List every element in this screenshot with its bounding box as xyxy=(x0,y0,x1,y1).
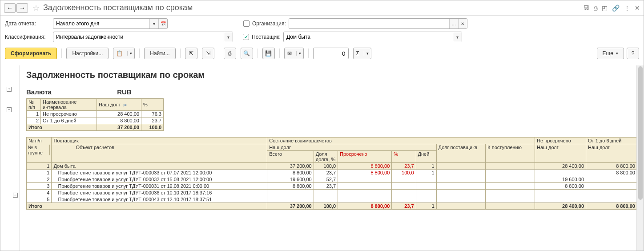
separator xyxy=(258,49,258,58)
expand-all-button[interactable]: ⇱ xyxy=(185,48,197,59)
col-notoverdue: Не просрочено xyxy=(535,138,586,144)
variants-icon: 📋 xyxy=(113,50,125,57)
col-debt[interactable]: Наш долг↓≡ xyxy=(97,99,141,111)
org-label: Организация: xyxy=(252,20,286,27)
detail-row[interactable]: 5Приобретение товаров и услуг ТДУТ-00004… xyxy=(27,196,637,203)
collapse-box[interactable]: − xyxy=(13,193,18,198)
menu-dots-icon[interactable]: ⋮ xyxy=(624,4,630,12)
class-input[interactable] xyxy=(53,32,224,42)
email-button[interactable]: ✉ ▾ xyxy=(284,48,304,59)
col-incoming: К поступлению xyxy=(486,144,535,163)
summary-row[interactable]: 2От 1 до 6 дней8 800,0023,7 xyxy=(27,117,164,124)
supplier-input[interactable] xyxy=(284,32,453,42)
supplier-checkbox[interactable]: ✔ xyxy=(243,34,249,40)
print-icon[interactable]: ⎙ xyxy=(594,4,597,12)
expand-box[interactable]: + xyxy=(7,87,12,92)
col-overdue: Просрочено xyxy=(338,151,392,163)
detail-row[interactable]: 2Приобретение товаров и услуг ТДУТ-00003… xyxy=(27,176,637,183)
summary-table: № п/п Наименование интервала Наш долг↓≡ … xyxy=(26,98,164,131)
report-heading: Задолженность поставщикам по срокам xyxy=(26,70,637,80)
link-icon[interactable]: 🔗 xyxy=(612,4,620,12)
col-name: Наименование интервала xyxy=(41,99,97,111)
date-input[interactable] xyxy=(53,19,149,28)
summary-total-pct: 100,0 xyxy=(141,124,164,131)
date-combo[interactable]: ▾ 📅 xyxy=(53,18,168,29)
date-dropdown-icon[interactable]: ▾ xyxy=(149,19,158,28)
settings-button[interactable]: Настройки... xyxy=(66,48,109,59)
org-combo[interactable]: … ✕ xyxy=(289,18,467,29)
summary-total-debt: 37 200,00 xyxy=(97,124,141,131)
chevron-down-icon: ▾ xyxy=(616,51,618,56)
col-pct: % xyxy=(141,99,164,111)
date-label: Дата отчета: xyxy=(5,20,50,27)
find-button[interactable]: Найти... xyxy=(144,48,175,59)
col-suppdebt: Долг поставщика xyxy=(436,144,486,163)
collapse-all-button[interactable]: ⇲ xyxy=(202,48,214,59)
supplier-label: Поставщик: xyxy=(252,34,281,40)
summary-row[interactable]: 1Не просрочено28 400,0076,3 xyxy=(27,111,164,117)
supplier-combo[interactable]: ▾ xyxy=(283,32,462,42)
summary-total-label: Итого xyxy=(27,124,97,131)
nav-forward-button[interactable]: → xyxy=(16,3,28,13)
col-range1-2: Наш долг xyxy=(586,144,637,163)
save-button[interactable]: 💾 xyxy=(262,48,275,59)
sigma-button[interactable]: Σ ▾ xyxy=(353,48,371,59)
sort-asc-icon: ↓≡ xyxy=(122,103,127,107)
collapse-box[interactable]: − xyxy=(7,107,12,112)
close-icon[interactable]: ✕ xyxy=(635,4,640,12)
sigma-icon: Σ xyxy=(354,50,362,57)
detail-row[interactable]: 4Приобретение товаров и услуг ТДУТ-00003… xyxy=(27,190,637,196)
more-button[interactable]: Еще▾ xyxy=(597,48,624,59)
col-total: Всего xyxy=(267,151,314,163)
vertical-scrollbar[interactable] xyxy=(636,65,644,251)
detail-table: № п/п Поставщик Состояние взаиморасчетов… xyxy=(26,137,637,210)
scroll-thumb[interactable] xyxy=(638,66,643,200)
separator xyxy=(180,49,181,58)
save-icon[interactable]: 🖫 xyxy=(583,4,589,12)
chevron-down-icon[interactable]: ▾ xyxy=(127,51,134,56)
col-object: № в группе Объект расчетов xyxy=(52,144,267,163)
separator xyxy=(279,49,280,58)
col-state: Состояние взаиморасчетов xyxy=(267,138,535,144)
favorite-star-icon[interactable]: ☆ xyxy=(32,3,40,13)
col-days: Дней xyxy=(416,151,436,163)
org-checkbox[interactable] xyxy=(243,20,250,27)
generate-button[interactable]: Сформировать xyxy=(5,48,57,59)
col-notoverdue2: Наш долг xyxy=(535,144,586,163)
preview-button[interactable]: 🔍 xyxy=(241,48,253,59)
col-share: Доля долга, % xyxy=(314,151,338,163)
mail-icon: ✉ xyxy=(285,50,294,57)
variants-button[interactable]: 📋 ▾ xyxy=(113,48,135,59)
group-row[interactable]: 1 Дом быта 37 200,00 100,0 8 800,00 23,7… xyxy=(27,163,637,170)
preview-icon[interactable]: ◰ xyxy=(602,4,608,12)
org-input[interactable] xyxy=(289,19,449,28)
chevron-down-icon[interactable]: ▾ xyxy=(364,51,371,56)
help-button[interactable]: ? xyxy=(627,48,639,59)
supplier-dropdown-icon[interactable]: ▾ xyxy=(453,32,462,42)
outline-gutter: + − − xyxy=(0,65,20,251)
page-title: Задолженность поставщикам по срокам xyxy=(43,3,193,12)
detail-row[interactable]: 3Приобретение товаров и услуг ТДУТ-00003… xyxy=(27,183,637,190)
calendar-icon[interactable]: 📅 xyxy=(158,19,167,28)
print-button[interactable]: ⎙ xyxy=(224,48,236,59)
detail-row[interactable]: 1Приобретение товаров и услуг ТДУТ-00003… xyxy=(27,170,637,176)
class-dropdown-icon[interactable]: ▾ xyxy=(224,32,233,42)
separator xyxy=(139,49,140,58)
currency-value: RUB xyxy=(117,88,132,96)
separator xyxy=(219,49,219,58)
detail-total-row: Итого 37 200,00 100,0 8 800,00 23,7 1 28… xyxy=(27,203,637,210)
separator xyxy=(61,49,62,58)
class-combo[interactable]: ▾ xyxy=(53,32,233,42)
chevron-down-icon[interactable]: ▾ xyxy=(296,51,303,56)
col-range1: От 1 до 6 дней xyxy=(586,138,637,144)
currency-label: Валюта xyxy=(26,88,115,96)
org-clear-icon[interactable]: ✕ xyxy=(458,19,467,28)
col-pct2: % xyxy=(392,151,416,163)
col-ourdebt: Наш долг xyxy=(267,144,436,151)
class-label: Классификация: xyxy=(5,34,50,40)
org-select-icon[interactable]: … xyxy=(449,19,458,28)
sum-input[interactable] xyxy=(313,48,349,59)
col-n: № п/п xyxy=(27,99,41,111)
separator xyxy=(308,49,309,58)
nav-back-button[interactable]: ← xyxy=(4,3,16,13)
